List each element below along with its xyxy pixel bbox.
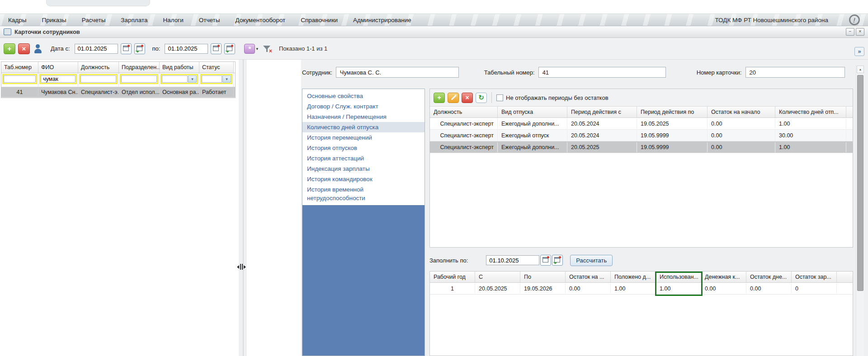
employee-filter-3: [79, 74, 118, 84]
menu-item-8[interactable]: Справочники: [301, 17, 338, 23]
vacation-col-1[interactable]: Должность: [430, 107, 498, 117]
employee-col-5[interactable]: Вид работы: [160, 62, 199, 73]
employee-filter-input-2[interactable]: [41, 75, 75, 83]
menu-item-2[interactable]: Приказы: [42, 17, 66, 23]
vacation-col-3[interactable]: Период действия с: [567, 107, 637, 117]
menu-item-5[interactable]: Налоги: [163, 17, 183, 23]
employee-col-3[interactable]: Должность: [78, 62, 119, 73]
nav-item-8[interactable]: Индексация зарплаты: [302, 164, 425, 174]
employee-name-field[interactable]: [336, 67, 459, 78]
filter-dropdown-button-6[interactable]: ▾: [222, 75, 231, 83]
date-from-apply-button[interactable]: [134, 43, 145, 54]
delete-period-button[interactable]: ×: [462, 93, 473, 103]
work-year-col-3[interactable]: По: [520, 272, 566, 282]
close-button[interactable]: ×: [856, 28, 864, 36]
date-to-calendar-button[interactable]: [211, 43, 222, 54]
employee-grid-header: Таб.номерФИОДолжностьПодразделен...Вид р…: [1, 62, 235, 73]
vacation-row-1[interactable]: Специалист-экспертЕжегодный дополни...20…: [430, 118, 853, 130]
work-year-col-5[interactable]: Положено д...: [611, 272, 656, 282]
menu-items: КадрыПриказыРасчетыЗарплатаНалогиОтчетыД…: [8, 17, 411, 23]
vacation-col-2[interactable]: Вид отпуска: [498, 107, 567, 117]
gear-icon: *: [244, 44, 255, 54]
menu-item-4[interactable]: Зарплата: [121, 17, 147, 23]
hide-empty-periods-checkbox[interactable]: [496, 94, 503, 101]
nav-item-7[interactable]: История аттестаций: [302, 153, 425, 164]
scroll-up-button[interactable]: ▲: [857, 66, 864, 73]
nav-item-9[interactable]: История командировок: [302, 174, 425, 184]
employee-filter-input-4[interactable]: [121, 75, 157, 83]
scrollbar-thumb[interactable]: [857, 75, 863, 291]
vacation-col-4[interactable]: Период действия по: [637, 107, 708, 117]
date-from-input[interactable]: [75, 44, 118, 54]
vacation-cell: 1.00: [775, 142, 846, 152]
refresh-button[interactable]: ↻: [476, 93, 487, 103]
employee-filter-input-5[interactable]: [162, 75, 188, 83]
detail-nav-items: Основные свойстваДоговор / Служ. контрак…: [302, 89, 425, 203]
nav-item-6[interactable]: История отпусков: [302, 143, 425, 153]
pencil-icon: [451, 95, 456, 100]
plus-icon: +: [437, 94, 441, 101]
work-year-cell: 1.00: [656, 284, 701, 294]
menu-item-3[interactable]: Расчеты: [82, 17, 106, 23]
date-to-input[interactable]: [165, 44, 208, 54]
clear-filter-icon[interactable]: [263, 45, 271, 52]
nav-item-3[interactable]: Назначения / Перемещения: [302, 112, 425, 122]
settings-dropdown[interactable]: * ▾: [244, 44, 258, 54]
panel-splitter[interactable]: [243, 60, 244, 356]
vacation-row-2[interactable]: Специалист-экспертЕжегодный отпуск20.05.…: [430, 130, 853, 141]
employee-col-4[interactable]: Подразделен...: [119, 62, 160, 73]
work-years-table: Рабочий годСПоОстаток на ...Положено д..…: [430, 272, 853, 295]
work-year-col-4[interactable]: Остаток на ...: [566, 272, 611, 282]
calculate-button[interactable]: Рассчитать: [570, 255, 613, 266]
nav-item-2[interactable]: Договор / Служ. контракт: [302, 101, 425, 112]
add-period-button[interactable]: +: [434, 93, 445, 103]
vacation-col-5[interactable]: Остаток на начало: [708, 107, 775, 117]
fill-calendar-button[interactable]: [540, 255, 551, 266]
date-to-apply-button[interactable]: [224, 43, 235, 54]
menu-item-9[interactable]: Администрирование: [353, 17, 411, 23]
nav-item-5[interactable]: История перемещений: [302, 132, 425, 143]
cursor-left-arrow: [237, 265, 239, 269]
employee-col-2[interactable]: ФИО: [38, 62, 78, 73]
work-year-row-1[interactable]: 120.05.202519.05.20260.001.001.000.000.0…: [430, 283, 853, 295]
employee-filter-input-3[interactable]: [80, 75, 116, 83]
fill-until-input[interactable]: [486, 255, 539, 265]
plus-icon: +: [8, 45, 12, 52]
calendar-arrow-icon: [137, 46, 142, 51]
fill-apply-button[interactable]: [552, 255, 563, 266]
date-from-calendar-button[interactable]: [121, 43, 132, 54]
nav-item-1[interactable]: Основные свойства: [302, 91, 425, 101]
tab-number-label: Табельный номер:: [484, 69, 535, 76]
minimize-button[interactable]: −: [846, 28, 854, 36]
employee-card-icon[interactable]: [33, 44, 42, 54]
work-year-col-7[interactable]: Денежная к...: [701, 272, 746, 282]
employee-filter-input-6[interactable]: [202, 75, 222, 83]
filter-dropdown-button-5[interactable]: ▾: [188, 75, 197, 83]
employee-col-6[interactable]: Статус: [199, 62, 234, 73]
collapse-panel-button[interactable]: »: [854, 47, 864, 56]
delete-employee-button[interactable]: ×: [18, 43, 30, 54]
work-year-col-2[interactable]: С: [475, 272, 520, 282]
work-year-col-9[interactable]: Остаток зар...: [792, 272, 837, 282]
vacation-cell: Специалист-эксперт: [430, 119, 498, 129]
employee-col-1[interactable]: Таб.номер: [1, 62, 38, 73]
work-year-col-8[interactable]: Остаток дне...: [746, 272, 792, 282]
tab-number-field[interactable]: [538, 67, 666, 78]
nav-item-10[interactable]: История временной нетрудоспособности: [302, 184, 425, 203]
alert-icon[interactable]: !: [848, 13, 861, 26]
employee-filter-input-1[interactable]: [4, 75, 36, 83]
employee-row-1[interactable]: 41Чумакова Сн...Специалист-э...Отдел исп…: [1, 87, 235, 98]
vacation-periods-table: ДолжностьВид отпускаПериод действия сПер…: [430, 107, 853, 153]
nav-item-4[interactable]: Количество дней отпуска: [302, 122, 425, 132]
add-employee-button[interactable]: +: [4, 43, 15, 54]
menu-item-6[interactable]: Отчеты: [199, 17, 220, 23]
vacation-col-6[interactable]: Количество дней отп...: [775, 107, 846, 117]
menu-item-7[interactable]: Документооборот: [235, 17, 285, 23]
menu-item-1[interactable]: Кадры: [8, 17, 26, 23]
work-year-col-1[interactable]: Рабочий год: [430, 272, 475, 282]
card-number-field[interactable]: [745, 67, 845, 78]
edit-period-button[interactable]: [448, 93, 459, 103]
vacation-row-3[interactable]: Специалист-экспертЕжегодный дополни...20…: [430, 141, 853, 153]
vertical-scrollbar[interactable]: ▲: [856, 65, 864, 356]
work-year-col-6[interactable]: Использован...: [656, 272, 701, 282]
